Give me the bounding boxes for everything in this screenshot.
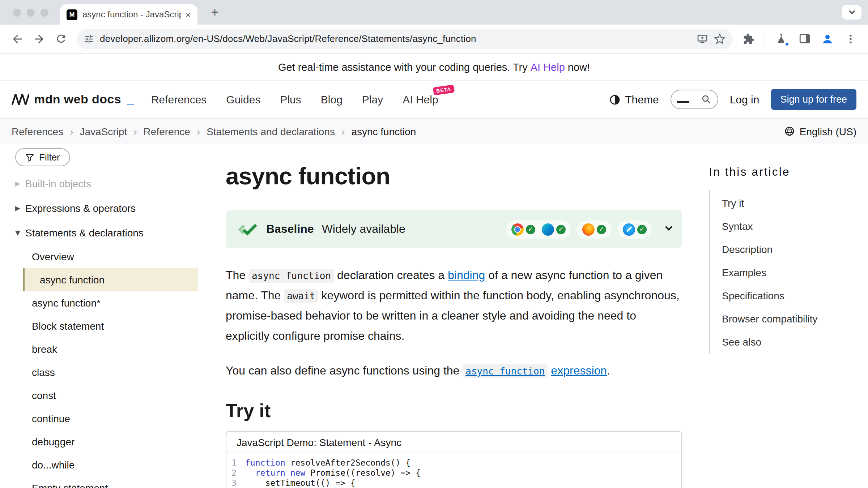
inline-code-link[interactable]: async function bbox=[463, 364, 548, 378]
window-maximize-button[interactable] bbox=[41, 8, 48, 16]
promo-banner: Get real-time assistance with your codin… bbox=[0, 53, 868, 81]
code-text: return new Promise((resolve) => { bbox=[245, 468, 421, 478]
browser-tab[interactable]: M async function - JavaScript | × bbox=[60, 4, 197, 25]
install-app-icon[interactable] bbox=[697, 33, 708, 44]
chevron-down-icon bbox=[849, 8, 855, 14]
toc-try-it[interactable]: Try it bbox=[710, 192, 856, 215]
search-input[interactable] bbox=[671, 90, 718, 109]
sidebar-item-const[interactable]: const bbox=[23, 384, 198, 407]
search-icon[interactable] bbox=[701, 94, 712, 105]
toc-browser-compatibility[interactable]: Browser compatibility bbox=[710, 307, 856, 330]
sidebar-section-label: Expressions & operators bbox=[25, 202, 136, 214]
breadcrumb-async-function[interactable]: async function bbox=[351, 125, 416, 137]
breadcrumb: References›JavaScript›Reference›Statemen… bbox=[12, 125, 416, 137]
intro-paragraph: The async function declaration creates a… bbox=[226, 265, 682, 346]
sidebar-item-class[interactable]: class bbox=[23, 361, 198, 384]
breadcrumb-reference[interactable]: Reference bbox=[144, 125, 190, 137]
browser-support-group: ✓✓ bbox=[506, 220, 571, 238]
sidebar-item-debugger[interactable]: debugger bbox=[23, 430, 198, 453]
bookmark-star-icon[interactable] bbox=[714, 33, 726, 44]
back-button[interactable] bbox=[7, 29, 27, 49]
collapsed-triangle-icon: ▶ bbox=[15, 180, 25, 187]
inline-code: await bbox=[284, 289, 318, 303]
browser-window: M async function - JavaScript | × + deve… bbox=[0, 0, 868, 488]
breadcrumb-statements-and-declarations[interactable]: Statements and declarations bbox=[207, 125, 335, 137]
tryit-heading: Try it bbox=[226, 400, 694, 422]
toc-examples[interactable]: Examples bbox=[710, 261, 856, 284]
browser-support-group: ✓ bbox=[577, 220, 611, 238]
theme-label: Theme bbox=[625, 93, 659, 106]
signup-button[interactable]: Sign up for free bbox=[771, 89, 856, 110]
sidebar-item-do-while[interactable]: do...while bbox=[23, 453, 198, 476]
breadcrumb-javascript[interactable]: JavaScript bbox=[80, 125, 127, 137]
text-run: The bbox=[226, 269, 249, 281]
tab-close-icon[interactable]: × bbox=[186, 9, 191, 20]
toc-description[interactable]: Description bbox=[710, 238, 856, 261]
sidebar-item-async-function[interactable]: async function* bbox=[23, 291, 198, 314]
safari-icon bbox=[623, 223, 635, 235]
extensions-button[interactable] bbox=[739, 29, 759, 49]
browser-menu-button[interactable] bbox=[841, 29, 861, 49]
filter-button[interactable]: Filter bbox=[15, 148, 70, 166]
nav-item-references[interactable]: References bbox=[151, 93, 207, 106]
sidebar-item-overview[interactable]: Overview bbox=[23, 245, 198, 268]
toc-syntax[interactable]: Syntax bbox=[710, 215, 856, 238]
supported-check-icon: ✓ bbox=[526, 224, 535, 234]
nav-item-blog[interactable]: Blog bbox=[321, 93, 342, 106]
site-settings-tune-icon[interactable] bbox=[84, 34, 94, 44]
window-minimize-button[interactable] bbox=[27, 8, 35, 16]
locale-button[interactable]: English (US) bbox=[784, 125, 856, 137]
baseline-browsers: ✓✓✓✓ bbox=[506, 220, 652, 238]
baseline-expand-chevron-icon[interactable] bbox=[665, 223, 672, 231]
forward-button[interactable] bbox=[29, 29, 49, 49]
sidebar-section-expressions-operators[interactable]: ▶Expressions & operators bbox=[15, 196, 214, 221]
tab-search-button[interactable] bbox=[842, 5, 861, 20]
demo-code[interactable]: 1function resolveAfter2Seconds() {2 retu… bbox=[226, 453, 681, 488]
baseline-banner[interactable]: Baseline Widely available ✓✓✓✓ bbox=[226, 210, 682, 248]
code-line: 2 return new Promise((resolve) => { bbox=[226, 468, 681, 478]
content-link[interactable]: expression bbox=[551, 364, 607, 377]
code-token: setTimeout(() => { bbox=[245, 478, 356, 488]
code-token bbox=[245, 468, 255, 478]
nav-item-play[interactable]: Play bbox=[362, 93, 383, 106]
line-number: 3 bbox=[226, 478, 245, 488]
profile-avatar-icon bbox=[821, 32, 834, 45]
beta-badge: BETA bbox=[433, 85, 455, 95]
sidebar-item-continue[interactable]: continue bbox=[23, 407, 198, 430]
line-number: 2 bbox=[226, 468, 245, 478]
nav-item-ai-help[interactable]: AI HelpBETA bbox=[403, 93, 438, 106]
login-link[interactable]: Log in bbox=[730, 93, 760, 106]
edge-icon bbox=[542, 223, 554, 235]
nav-item-guides[interactable]: Guides bbox=[226, 93, 260, 106]
baseline-status: Widely available bbox=[322, 223, 405, 236]
header-actions: Theme Log in Sign up for free bbox=[609, 89, 856, 110]
new-tab-button[interactable]: + bbox=[206, 4, 224, 21]
mdn-favicon: M bbox=[67, 9, 77, 20]
toc-specifications[interactable]: Specifications bbox=[710, 284, 856, 307]
logo-text: mdn web docs bbox=[34, 92, 121, 107]
side-panel-button[interactable] bbox=[794, 29, 814, 49]
sidebar: Filter ▶Built-in objects▶Expressions & o… bbox=[0, 144, 214, 488]
labs-button[interactable] bbox=[771, 29, 791, 49]
sidebar-section-statements-declarations[interactable]: ▼Statements & declarations bbox=[15, 221, 214, 245]
sidebar-section-built-in-objects[interactable]: ▶Built-in objects bbox=[15, 171, 214, 196]
code-text: function resolveAfter2Seconds() { bbox=[245, 458, 410, 468]
address-bar[interactable]: developer.allizom.org/en-US/docs/Web/Jav… bbox=[77, 29, 733, 49]
theme-button[interactable]: Theme bbox=[609, 93, 659, 106]
reload-button[interactable] bbox=[51, 29, 71, 49]
code-token: resolveAfter2Seconds() { bbox=[285, 458, 410, 468]
toc-see-also[interactable]: See also bbox=[710, 330, 856, 354]
sidebar-item-empty-statement[interactable]: Empty statement bbox=[23, 476, 198, 488]
breadcrumb-references[interactable]: References bbox=[12, 125, 63, 137]
content-link[interactable]: binding bbox=[448, 269, 485, 281]
mdn-logo[interactable]: mdn web docs_ bbox=[12, 92, 134, 107]
sidebar-item-async-function[interactable]: async function bbox=[23, 268, 198, 291]
promo-ai-help-link[interactable]: AI Help bbox=[531, 61, 565, 73]
nav-item-plus[interactable]: Plus bbox=[280, 93, 301, 106]
forward-arrow-icon bbox=[33, 32, 46, 45]
window-close-button[interactable] bbox=[13, 8, 21, 16]
url-text[interactable]: developer.allizom.org/en-US/docs/Web/Jav… bbox=[100, 33, 691, 44]
sidebar-item-break[interactable]: break bbox=[23, 338, 198, 361]
sidebar-item-block-statement[interactable]: Block statement bbox=[23, 314, 198, 338]
profile-button[interactable] bbox=[817, 29, 838, 49]
